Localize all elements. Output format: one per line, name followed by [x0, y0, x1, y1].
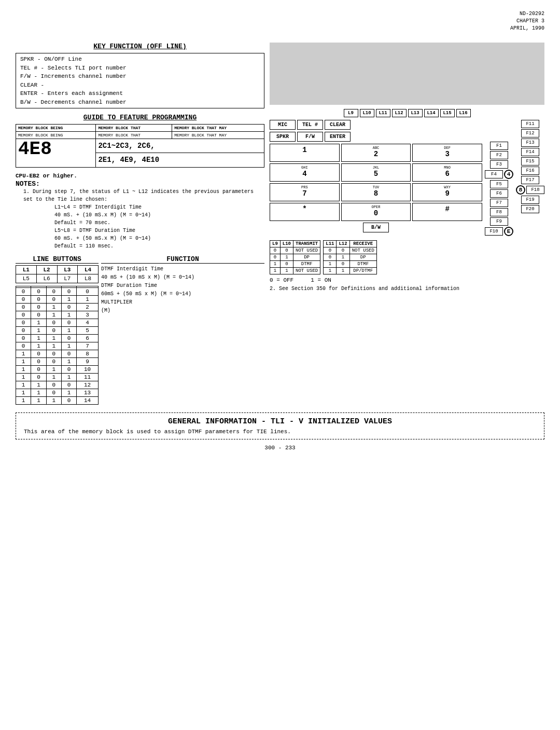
- f10-button[interactable]: F10: [485, 227, 503, 236]
- lb-l8: L8: [78, 274, 99, 283]
- tr-tables: L9 L10 TRANSMIT 00NOT USED 01DP 10DTMF 1…: [270, 240, 544, 274]
- f9-button[interactable]: F9: [490, 217, 508, 226]
- data-row-8-col-0: 1: [16, 350, 31, 357]
- badge-e: E: [504, 227, 513, 236]
- data-row-2-col-3: 0: [61, 303, 76, 311]
- data-row-3-col-0: 0: [16, 311, 31, 319]
- f15-button[interactable]: F15: [521, 157, 539, 166]
- left-column: KEY FUNCTION (OFF LINE) SPKR - ON/OFF Li…: [16, 43, 264, 405]
- f7-button[interactable]: F7: [490, 199, 508, 207]
- kf-item-0: SPKR - ON/OFF Line: [20, 55, 260, 64]
- kf-item-4: ENTER - Enters each assignment: [20, 89, 260, 98]
- guide-col3: MEMORY BLOCK THAT MAY: [172, 132, 264, 139]
- key-3[interactable]: DEF 3: [412, 144, 482, 162]
- data-row-9-col-2: 0: [46, 357, 61, 365]
- guide-col3: MEMORY BLOCK THAT MAY: [172, 125, 264, 132]
- data-row-14-col-1: 1: [31, 396, 46, 404]
- line-btn-l11[interactable]: L11: [376, 109, 390, 117]
- line-btn-l12[interactable]: L12: [392, 109, 407, 117]
- data-row-10-col-4: 10: [77, 365, 99, 373]
- line-btn-l13[interactable]: L13: [408, 109, 423, 117]
- lb-table: L1 L2 L3 L4 L5 L6 L7 L8: [16, 265, 99, 283]
- clear-button[interactable]: CLEAR: [325, 120, 351, 130]
- tx-r2-l9: 1: [270, 261, 281, 268]
- enter-button[interactable]: ENTER: [325, 132, 351, 142]
- data-row-2-col-1: 0: [31, 303, 46, 311]
- key-8[interactable]: TUV 8: [341, 183, 411, 201]
- lb-l6: L6: [36, 274, 57, 283]
- rx-r0-rx: NOT USED: [349, 247, 376, 254]
- lb-l5: L5: [16, 274, 37, 283]
- f19-button[interactable]: F19: [521, 196, 539, 204]
- line-btn-l14[interactable]: L14: [424, 109, 439, 117]
- guide-col1: MEMORY BLOCK BEING: [16, 125, 96, 132]
- note-sub-2: Default = 70 msec.: [54, 219, 264, 227]
- keypad-left: MIC TEL # CLEAR SPKR F/W ENTER 1: [270, 120, 482, 236]
- line-buttons-function: LINE BUTTONS L1 L2 L3 L4 L5 L6 L7 L8: [16, 255, 264, 405]
- spkr-button[interactable]: SPKR: [270, 132, 296, 142]
- f11-button[interactable]: F11: [521, 120, 539, 128]
- header-line2: CHAPTER 3: [16, 18, 544, 25]
- image-placeholder: [270, 43, 544, 105]
- f16-button[interactable]: F16: [521, 167, 539, 175]
- line-btn-l10[interactable]: L10: [360, 109, 374, 117]
- f17-button[interactable]: F17: [521, 176, 539, 184]
- f8-button[interactable]: F8: [490, 208, 508, 216]
- key-star[interactable]: *: [270, 203, 340, 221]
- data-row-0-col-3: 0: [61, 287, 76, 295]
- f18-button[interactable]: F18: [526, 186, 544, 194]
- data-row-11-col-1: 0: [31, 373, 46, 381]
- note-2: 2. See Section 350 for Definitions and a…: [270, 286, 544, 292]
- data-row-3-col-4: 3: [77, 311, 99, 319]
- f12-button[interactable]: F12: [521, 129, 539, 137]
- data-row-1-col-3: 1: [61, 295, 76, 303]
- data-row-1-col-2: 0: [46, 295, 61, 303]
- f6-button[interactable]: F6: [490, 189, 508, 198]
- f1-button[interactable]: F1: [490, 142, 508, 150]
- key-1[interactable]: 1: [270, 144, 340, 162]
- f-buttons-right-col: F11 F12 F13 F14 F15 F16 F17 8 F18 F19 F2…: [516, 120, 544, 236]
- f5-button[interactable]: F5: [490, 180, 508, 188]
- badge-8: 8: [516, 185, 525, 195]
- data-row-13-col-0: 1: [16, 389, 31, 396]
- tx-r3-l9: 1: [270, 268, 281, 274]
- key-9[interactable]: WXY 9: [412, 183, 482, 201]
- f13-button[interactable]: F13: [521, 139, 539, 147]
- line-btn-l16[interactable]: L16: [456, 109, 471, 117]
- general-info-title: GENERAL INFORMATION - TLI - V INITIALIZE…: [24, 417, 536, 426]
- tel-button[interactable]: TEL #: [297, 120, 323, 130]
- data-row-9-col-1: 0: [31, 357, 46, 365]
- line-btn-l15[interactable]: L15: [440, 109, 455, 117]
- data-row-11-col-2: 1: [46, 373, 61, 381]
- data-row-5-col-3: 1: [61, 326, 76, 334]
- f4-button[interactable]: F4: [485, 170, 503, 178]
- status-on: 1 = ON: [311, 277, 331, 283]
- note-sub-4: 60 mS. + (50 mS.x M) (M = 0~14): [54, 235, 264, 242]
- key-7[interactable]: PRS 7: [270, 183, 340, 201]
- guide-title: GUIDE TO FEATURE PROGRAMMING: [16, 114, 264, 121]
- data-row-10-col-3: 0: [61, 365, 76, 373]
- f2-button[interactable]: F2: [490, 151, 508, 159]
- general-info-text: This area of the memory block is used to…: [24, 429, 536, 435]
- f20-button[interactable]: F20: [521, 205, 539, 213]
- key-4[interactable]: GHI 4: [270, 163, 340, 182]
- right-column: L9 L10 L11 L12 L13 L14 L15 L16 MIC TEL #…: [270, 43, 544, 405]
- tx-h-l9: L9: [270, 241, 281, 247]
- f14-button[interactable]: F14: [521, 148, 539, 156]
- tx-r3-l10: 1: [280, 268, 293, 274]
- key-2[interactable]: ABC 2: [341, 144, 411, 162]
- key-6[interactable]: MNO 6: [412, 163, 482, 182]
- fw-button[interactable]: F/W: [297, 132, 323, 142]
- header-line3: APRIL, 1990: [16, 25, 544, 32]
- fn-row-1: 40 mS + (10 mS x M) (M = 0~14): [101, 273, 264, 282]
- bw-button[interactable]: B/W: [363, 223, 389, 232]
- mic-button[interactable]: MIC: [270, 120, 296, 130]
- key-5[interactable]: JKL 5: [341, 163, 411, 182]
- f3-button[interactable]: F3: [490, 160, 508, 169]
- guide-col1: MEMORY BLOCK BEING: [16, 132, 96, 139]
- bw-row: B/W: [270, 223, 482, 232]
- key-0[interactable]: OPER 0: [341, 203, 411, 221]
- key-hash[interactable]: #: [412, 203, 482, 221]
- line-btn-l9[interactable]: L9: [344, 109, 358, 117]
- data-row-3-col-3: 1: [61, 311, 76, 319]
